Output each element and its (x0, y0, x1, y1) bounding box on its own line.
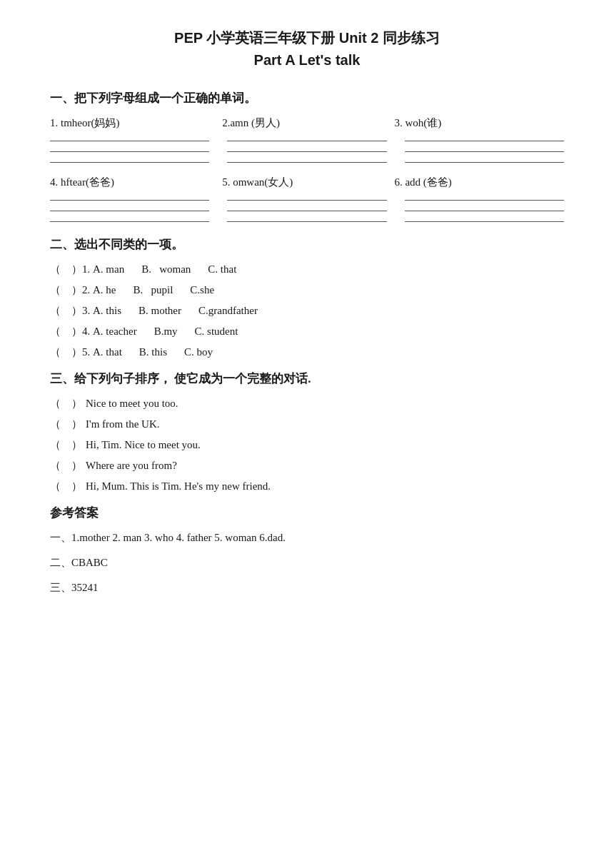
lines-col-6 (405, 193, 564, 222)
option-1a: A. man (93, 263, 124, 276)
sentence-text-3: Hi, Tim. Nice to meet you. (86, 439, 201, 451)
sentence-item-4: （ ） Where are you from? (50, 459, 564, 473)
answer-section: 参考答案 一、1.mother 2. man 3. who 4. father … (50, 505, 564, 597)
choice-bracket-5: （ ）5. (50, 345, 93, 359)
write-line (227, 204, 386, 211)
sentence-bracket-5: （ ） (50, 480, 86, 493)
page-subtitle: Part A Let's talk (50, 52, 564, 69)
choice-options-1: A. man B. woman C. that (93, 263, 236, 276)
answer-line-3: 三、35241 (50, 578, 564, 597)
sentence-item-5: （ ） Hi, Mum. This is Tim. He's my new fr… (50, 480, 564, 493)
option-1b: B. woman (141, 263, 191, 276)
sentence-bracket-4: （ ） (50, 459, 86, 473)
sentence-bracket-2: （ ） (50, 418, 86, 431)
lines-col-5 (227, 193, 386, 222)
part-one-section: 一、把下列字母组成一个正确的单词。 1. tmheor(妈妈) 2.amn (男… (50, 90, 564, 222)
lines-col-2 (227, 134, 386, 163)
write-line (50, 134, 209, 141)
answer-line-1: 一、1.mother 2. man 3. who 4. father 5. wo… (50, 528, 564, 547)
option-4b: B.my (154, 326, 178, 338)
sentence-text-1: Nice to meet you too. (86, 398, 178, 410)
write-line (227, 134, 386, 141)
word-item-1: 1. tmheor(妈妈) (50, 116, 220, 130)
choice-item-4: （ ）4. A. teacher B.my C. student (50, 325, 564, 338)
sentence-item-3: （ ） Hi, Tim. Nice to meet you. (50, 438, 564, 452)
word-item-5: 5. omwan(女人) (222, 176, 392, 189)
sentence-bracket-1: （ ） (50, 397, 86, 410)
sentence-item-2: （ ） I'm from the UK. (50, 418, 564, 431)
word-item-2: 2.amn (男人) (222, 116, 392, 130)
part-two-section: 二、选出不同类的一项。 （ ）1. A. man B. woman C. tha… (50, 236, 564, 359)
write-line (405, 204, 564, 211)
option-5a: A. that (93, 346, 122, 358)
write-line (50, 193, 209, 201)
sentence-text-2: I'm from the UK. (86, 418, 160, 430)
word-row-1: 1. tmheor(妈妈) 2.amn (男人) 3. woh(谁) (50, 116, 564, 130)
choice-options-3: A. this B. mother C.grandfather (93, 305, 258, 317)
lines-group-1 (50, 134, 564, 163)
lines-col-3 (405, 134, 564, 163)
write-line (405, 145, 564, 152)
write-line (405, 193, 564, 201)
sentence-text-5: Hi, Mum. This is Tim. He's my new friend… (86, 480, 271, 493)
write-line (227, 145, 386, 152)
write-line (50, 215, 209, 222)
write-line (405, 215, 564, 222)
page-title: PEP 小学英语三年级下册 Unit 2 同步练习 (50, 29, 564, 48)
lines-col-4 (50, 193, 209, 222)
sentence-bracket-3: （ ） (50, 438, 86, 452)
option-5b: B. this (139, 346, 167, 358)
part-two-title: 二、选出不同类的一项。 (50, 236, 564, 253)
choice-item-1: （ ）1. A. man B. woman C. that (50, 263, 564, 276)
choice-item-2: （ ）2. A. he B. pupil C.she (50, 283, 564, 297)
word-item-3: 3. woh(谁) (394, 116, 564, 130)
option-4c: C. student (195, 326, 238, 338)
option-3b: B. mother (139, 305, 181, 317)
option-3a: A. this (93, 305, 121, 317)
write-line (227, 215, 386, 222)
choice-bracket-2: （ ）2. (50, 283, 93, 297)
write-line (50, 156, 209, 163)
word-row-2: 4. hftear(爸爸) 5. omwan(女人) 6. add (爸爸) (50, 176, 564, 189)
sentence-text-4: Where are you from? (86, 460, 177, 472)
part-one-title: 一、把下列字母组成一个正确的单词。 (50, 90, 564, 106)
choice-options-2: A. he B. pupil C.she (93, 284, 214, 296)
write-line (50, 204, 209, 211)
answer-line-2: 二、CBABC (50, 553, 564, 572)
choice-options-5: A. that B. this C. boy (93, 346, 213, 358)
write-line (50, 145, 209, 152)
choice-bracket-4: （ ）4. (50, 325, 93, 338)
option-1c: C. that (208, 263, 236, 276)
word-item-4: 4. hftear(爸爸) (50, 176, 220, 189)
write-line (227, 156, 386, 163)
option-2a: A. he (93, 284, 116, 296)
write-line (405, 156, 564, 163)
option-2b: B. pupil (134, 284, 173, 296)
part-three-title: 三、给下列句子排序， 使它成为一个完整的对话. (50, 370, 564, 387)
part-three-section: 三、给下列句子排序， 使它成为一个完整的对话. （ ） Nice to meet… (50, 370, 564, 493)
option-4a: A. teacher (93, 326, 137, 338)
option-3c: C.grandfather (198, 305, 258, 317)
option-5c: C. boy (184, 346, 213, 358)
write-line (405, 134, 564, 141)
word-item-6: 6. add (爸爸) (394, 176, 564, 189)
choice-item-5: （ ）5. A. that B. this C. boy (50, 345, 564, 359)
lines-group-2 (50, 193, 564, 222)
choice-options-4: A. teacher B.my C. student (93, 326, 238, 338)
choice-bracket-3: （ ）3. (50, 304, 93, 318)
choice-item-3: （ ）3. A. this B. mother C.grandfather (50, 304, 564, 318)
lines-col-1 (50, 134, 209, 163)
answer-title: 参考答案 (50, 505, 564, 521)
sentence-item-1: （ ） Nice to meet you too. (50, 397, 564, 410)
option-2c: C.she (190, 284, 214, 296)
choice-bracket-1: （ ）1. (50, 263, 93, 276)
write-line (227, 193, 386, 201)
